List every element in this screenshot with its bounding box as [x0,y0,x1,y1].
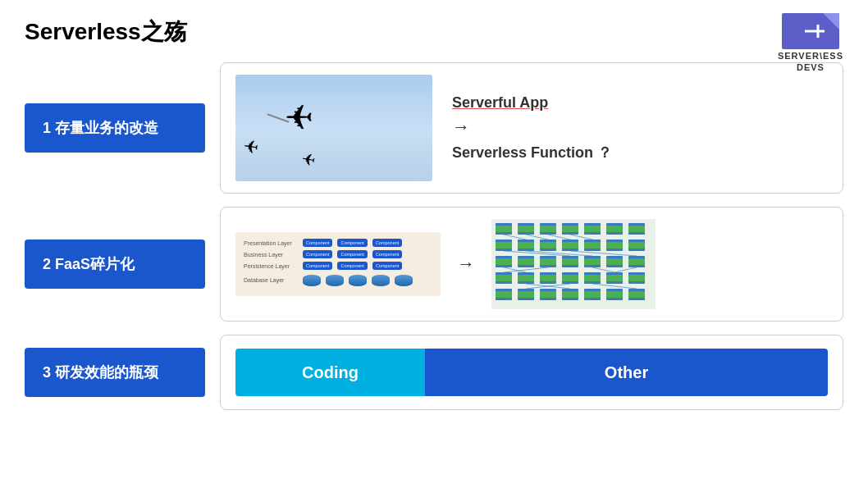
svg-rect-59 [606,275,623,281]
svg-rect-35 [496,258,512,265]
pers-comp-1: Component [303,262,332,270]
row1-content: ✈ ✈ ✈ Serverful App → Serverless Functio… [235,75,828,181]
row-2: 2 FaaS碎片化 Presentation Layer Component C… [25,207,843,322]
progress-bar: Coding Other [235,349,828,396]
pers-comp-2: Component [337,262,367,270]
presentation-layer-label: Presentation Layer [244,240,299,246]
svg-rect-31 [606,242,623,249]
persistence-layer-label: Persistence Layer [244,263,299,269]
label-box-1: 1 存量业务的改造 [25,103,205,153]
db-cyl-3 [349,275,367,286]
row-3: 3 研发效能的瓶颈 Coding Other [25,335,843,410]
svg-rect-17 [606,226,623,232]
presentation-layer-row: Presentation Layer Component Component C… [244,239,432,247]
svg-rect-75 [628,291,645,298]
svg-rect-71 [584,291,601,298]
small-plane-icon-1: ✈ [242,136,259,159]
serverful-text-block: Serverful App → Serverless Function ？ [452,94,828,162]
svg-rect-37 [518,258,534,265]
label-box-2: 2 FaaS碎片化 [25,240,205,289]
pers-comp-3: Component [372,262,402,270]
database-layer-label: Database Layer [244,277,299,283]
logo-line1: SERVER\ESS [778,51,843,61]
arrow-right-icon: → [452,116,828,138]
serverful-app-label: Serverful App [452,94,548,111]
svg-rect-53 [540,275,556,281]
svg-rect-57 [584,275,601,281]
content-rows: 1 存量业务的改造 ✈ ✈ ✈ Serverful App → Serverle… [25,62,843,410]
svg-rect-9 [518,226,534,232]
other-bar: Other [425,349,828,396]
svg-rect-13 [562,226,578,232]
page-title: Serverless之殇 [25,16,843,48]
biz-comp-1: Component [303,250,332,258]
db-cyl-5 [395,275,413,286]
svg-rect-65 [518,291,534,298]
svg-rect-21 [496,242,512,249]
layers-diagram: Presentation Layer Component Component C… [235,232,441,296]
row2-content: Presentation Layer Component Component C… [235,219,828,309]
row2-arrow: → [457,253,475,275]
svg-rect-69 [562,291,578,298]
svg-rect-47 [628,258,645,265]
large-plane-icon: ✈ [285,98,313,138]
db-cyl-4 [372,275,390,286]
svg-rect-51 [518,275,534,281]
svg-rect-49 [496,275,512,281]
row-1: 1 存量业务的改造 ✈ ✈ ✈ Serverful App → Serverle… [25,62,843,194]
coding-bar: Coding [235,349,425,396]
business-layer-label: Business Layer [244,252,299,258]
biz-comp-2: Component [337,250,367,258]
row3-content: Coding Other [235,349,828,396]
svg-rect-23 [518,242,534,249]
content-box-2: Presentation Layer Component Component C… [220,207,843,322]
svg-rect-11 [540,226,556,232]
persistence-layer-row: Persistence Layer Component Component Co… [244,262,432,270]
db-cyl-2 [326,275,344,286]
svg-rect-25 [540,242,556,249]
content-box-3: Coding Other [220,335,843,410]
presentation-slide: SERVER\ESS DEVS Serverless之殇 1 存量业务的改造 ✈… [0,0,868,479]
content-box-1: ✈ ✈ ✈ Serverful App → Serverless Functio… [220,62,843,194]
svg-rect-19 [628,226,645,232]
pres-comp-3: Component [372,239,402,247]
business-layer-row: Business Layer Component Component Compo… [244,250,432,258]
airplane-image: ✈ ✈ ✈ [235,75,432,181]
svg-rect-63 [496,291,512,298]
small-plane-icon-2: ✈ [299,149,317,171]
svg-rect-73 [606,291,623,298]
svg-rect-15 [584,226,601,232]
db-cyl-1 [303,275,321,286]
svg-rect-61 [628,275,645,281]
serverless-function-label: Serverless Function ？ [452,144,612,161]
svg-rect-33 [628,242,645,249]
biz-comp-3: Component [372,250,402,258]
svg-rect-7 [496,226,512,232]
svg-rect-29 [584,242,601,249]
svg-rect-27 [562,242,578,249]
svg-rect-41 [562,258,578,265]
db-cylinders [303,275,413,286]
svg-rect-55 [562,275,578,281]
pres-comp-2: Component [337,239,367,247]
logo-line2: DEVS [797,62,825,72]
logo: SERVER\ESS DEVS [778,13,843,72]
database-layer-row: Database Layer [244,273,432,286]
pres-comp-1: Component [303,239,332,247]
grid-diagram: grid items [491,219,656,309]
svg-rect-67 [540,291,556,298]
svg-rect-45 [606,258,623,265]
label-box-3: 3 研发效能的瓶颈 [25,348,205,397]
svg-rect-39 [540,258,556,265]
svg-rect-43 [584,258,601,265]
